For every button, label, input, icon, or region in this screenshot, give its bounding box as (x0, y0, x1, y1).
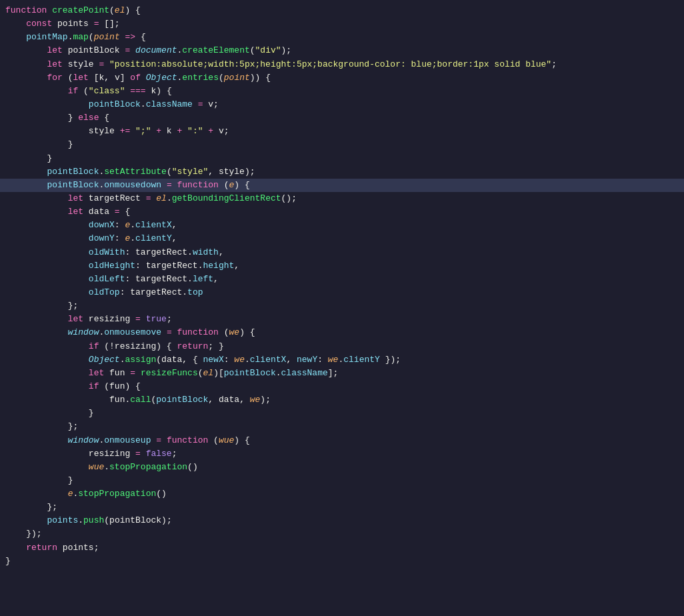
code-line-37: e.stopPropagation() (0, 487, 684, 501)
code-line-39: points.push(pointBlock); (0, 514, 684, 527)
code-line-12: } (0, 152, 684, 165)
code-line-10: style += ";" + k + ":" + v; (0, 125, 684, 138)
code-line-8: pointBlock.className = v; (0, 98, 684, 111)
code-line-11: } (0, 138, 684, 151)
code-line-28: let fun = resizeFuncs(el)[pointBlock.cla… (0, 367, 684, 380)
keyword-function: function (5, 4, 52, 17)
code-line-27: Object.assign(data, { newX: we.clientX, … (0, 353, 684, 367)
code-line-2: const points = []; (0, 17, 684, 31)
code-line-25: window.onmousemove = function (we) { (0, 326, 684, 339)
code-line-38: }; (0, 501, 684, 514)
code-line-33: window.onmouseup = function (wue) { (0, 434, 684, 447)
code-line-29: if (fun) { (0, 380, 684, 393)
code-line-35: wue.stopPropagation() (0, 461, 684, 474)
code-line-34: resizing = false; (0, 447, 684, 461)
code-line-1: function createPoint(el) { (0, 4, 684, 17)
code-line-36: } (0, 474, 684, 487)
code-line-16: let data = { (0, 205, 684, 219)
code-line-17: downX: e.clientX, (0, 219, 684, 232)
code-editor: function createPoint(el) { const points … (0, 0, 684, 616)
code-line-20: oldHeight: targetRect.height, (0, 259, 684, 273)
code-line-32: }; (0, 420, 684, 433)
code-line-24: let resizing = true; (0, 313, 684, 326)
code-line-40: }); (0, 527, 684, 541)
code-line-19: oldWith: targetRect.width, (0, 246, 684, 259)
fn-createPoint: createPoint (52, 4, 109, 17)
code-line-6: for (let [k, v] of Object.entries(point)… (0, 71, 684, 85)
code-line-15: let targetRect = el.getBoundingClientRec… (0, 192, 684, 205)
code-line-9: } else { (0, 111, 684, 125)
code-line-23: }; (0, 299, 684, 313)
code-line-26: if (!resizing) { return; } (0, 340, 684, 353)
code-line-22: oldTop: targetRect.top (0, 286, 684, 299)
code-line-4: let pointBlock = document.createElement(… (0, 44, 684, 57)
code-line-41: return points; (0, 541, 684, 555)
code-line-21: oldLeft: targetRect.left, (0, 273, 684, 286)
code-line-30: fun.call(pointBlock, data, we); (0, 393, 684, 407)
code-line-7: if ("class" === k) { (0, 85, 684, 98)
code-line-14: pointBlock.onmousedown = function (e) { (0, 179, 684, 192)
code-line-18: downY: e.clientY, (0, 232, 684, 245)
code-line-5: let style = "position:absolute;width:5px… (0, 58, 684, 71)
code-line-42: } (0, 555, 684, 568)
code-line-31: } (0, 407, 684, 420)
code-line-13: pointBlock.setAttribute("style", style); (0, 165, 684, 179)
code-line-3: pointMap.map(point => { (0, 31, 684, 44)
